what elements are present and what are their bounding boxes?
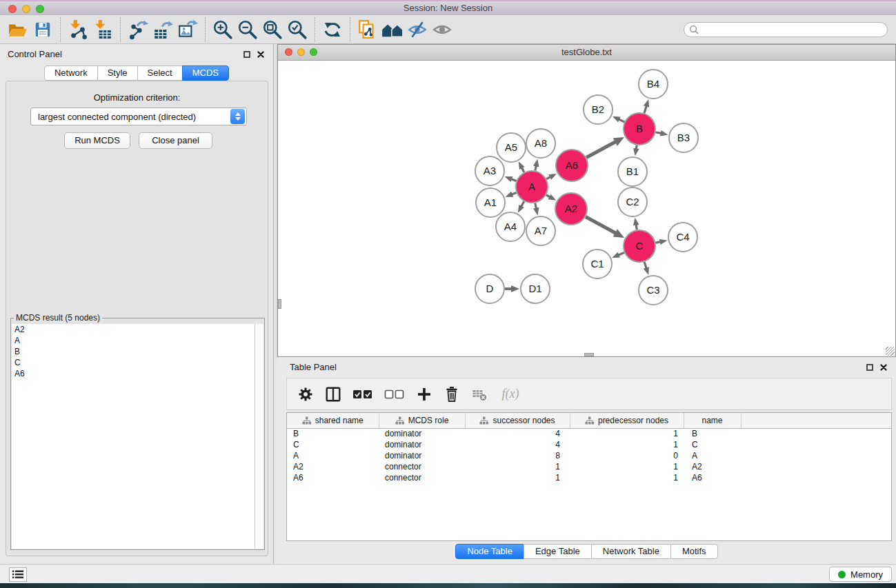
memory-button[interactable]: Memory [829, 567, 892, 582]
zoom-out-button[interactable] [235, 17, 260, 42]
close-window-light[interactable] [8, 5, 17, 13]
network-from-selection-button[interactable] [355, 17, 380, 42]
mcds-result-item[interactable]: A6 [12, 368, 263, 379]
graph-node-C1[interactable]: C1 [583, 250, 612, 278]
import-table-button[interactable] [90, 17, 115, 42]
graph-edge-B-B2[interactable] [613, 116, 624, 123]
zoom-window-light[interactable] [36, 5, 44, 13]
tab-motifs[interactable]: Motifs [670, 544, 718, 559]
delete-column-button[interactable] [443, 385, 461, 403]
graph-edge-B-B3[interactable] [656, 130, 668, 136]
graph-edge-A-A1[interactable] [505, 192, 516, 197]
graph-node-B2[interactable]: B2 [584, 95, 613, 124]
network-canvas[interactable]: B4B2BB3A8A5A6A3B1AA1C2A2A4A7C4CC1C3DD1 [278, 61, 895, 356]
run-mcds-button[interactable]: Run MCDS [64, 132, 130, 149]
mcds-result-item[interactable]: A2 [12, 324, 263, 335]
graph-edge-A-A7[interactable] [533, 203, 539, 216]
mcds-result-item[interactable]: B [12, 346, 263, 357]
close-view-light[interactable] [285, 48, 292, 56]
mcds-result-item[interactable]: A [12, 335, 263, 346]
graph-edge-B-B1[interactable] [633, 145, 639, 156]
resize-grip[interactable] [886, 347, 895, 356]
graph-edge-A6-B[interactable] [586, 137, 624, 158]
show-all-button[interactable] [430, 17, 455, 42]
table-row[interactable]: Adominator80A [287, 450, 891, 461]
graph-node-C2[interactable]: C2 [618, 187, 647, 216]
close-panel-action-button[interactable]: Close panel [139, 132, 212, 149]
graph-node-A8[interactable]: A8 [526, 129, 555, 158]
column-header-name[interactable]: name [684, 413, 741, 428]
column-header-predecessor-nodes[interactable]: predecessor nodes [570, 413, 684, 428]
bottom-edge-grip[interactable] [584, 353, 594, 356]
float-table-panel-button[interactable] [865, 363, 875, 372]
graph-edge-D-D1[interactable] [505, 285, 519, 292]
graph-edge-A-A4[interactable] [518, 201, 524, 213]
graph-node-B4[interactable]: B4 [639, 70, 668, 99]
graph-edge-A-A8[interactable] [533, 159, 539, 171]
export-network-button[interactable] [126, 17, 150, 42]
graph-edge-A-A3[interactable] [505, 176, 517, 182]
graph-node-D1[interactable]: D1 [521, 274, 550, 303]
export-table-button[interactable] [150, 17, 175, 42]
graph-node-A3[interactable]: A3 [475, 156, 504, 185]
column-header-mcds-role[interactable]: MCDS role [379, 413, 465, 428]
graph-node-C4[interactable]: C4 [668, 223, 697, 252]
select-all-columns-button[interactable] [352, 385, 374, 403]
hide-selected-button[interactable] [405, 17, 430, 42]
task-history-button[interactable] [9, 567, 27, 582]
graph-edge-C-C3[interactable] [644, 262, 649, 275]
unselect-all-columns-button[interactable] [384, 385, 406, 403]
function-builder-button[interactable]: f(x) [498, 385, 523, 403]
open-session-button[interactable] [6, 17, 30, 42]
float-panel-button[interactable] [242, 50, 252, 59]
tab-style[interactable]: Style [97, 65, 138, 81]
result-scrollbar[interactable] [255, 324, 263, 549]
tab-select[interactable]: Select [137, 65, 183, 81]
first-neighbors-button[interactable] [380, 17, 405, 42]
close-table-panel-button[interactable] [879, 363, 888, 372]
graph-node-C[interactable]: C [624, 230, 655, 262]
add-column-button[interactable] [415, 385, 433, 403]
close-panel-button[interactable] [256, 50, 266, 59]
save-session-button[interactable] [30, 17, 55, 42]
graph-edge-C-C4[interactable] [656, 239, 668, 245]
graph-edge-A-A2[interactable] [546, 194, 556, 201]
graph-node-A4[interactable]: A4 [496, 212, 525, 241]
graph-node-B3[interactable]: B3 [669, 123, 698, 152]
zoom-view-light[interactable] [310, 48, 317, 56]
column-header-successor-nodes[interactable]: successor nodes [465, 413, 570, 428]
search-input[interactable] [684, 22, 888, 37]
table-row[interactable]: Cdominator41C [287, 439, 891, 450]
left-edge-grip[interactable] [278, 299, 281, 309]
graph-node-A5[interactable]: A5 [497, 133, 526, 162]
refresh-button[interactable] [320, 17, 345, 42]
zoom-selected-button[interactable] [285, 17, 310, 42]
graph-node-B[interactable]: B [624, 113, 655, 145]
table-row[interactable]: A6connector11A6 [287, 472, 891, 483]
minimize-window-light[interactable] [22, 5, 30, 13]
network-window-titlebar[interactable]: testGlobe.txt [278, 45, 895, 61]
tab-network-table[interactable]: Network Table [591, 544, 671, 559]
graph-edge-C-C2[interactable] [633, 218, 639, 230]
minimize-view-light[interactable] [297, 48, 305, 56]
graph-edge-A2-C[interactable] [586, 216, 624, 238]
graph-edge-A-A6[interactable] [546, 174, 557, 180]
mcds-result-list[interactable]: A2ABCA6 [12, 324, 263, 549]
graph-node-A7[interactable]: A7 [526, 216, 555, 245]
graph-edge-B-B4[interactable] [644, 99, 649, 113]
zoom-fit-button[interactable] [260, 17, 285, 42]
graph-node-C3[interactable]: C3 [639, 276, 668, 305]
graph-node-A6[interactable]: A6 [556, 150, 588, 181]
tab-node-table[interactable]: Node Table [455, 544, 524, 559]
import-network-button[interactable] [66, 17, 90, 42]
graph-node-A1[interactable]: A1 [476, 188, 505, 217]
toggle-columns-button[interactable] [324, 385, 342, 403]
graph-node-B1[interactable]: B1 [618, 157, 647, 186]
graph-edge-A-A5[interactable] [519, 161, 525, 172]
tab-mcds[interactable]: MCDS [182, 65, 229, 81]
graph-node-D[interactable]: D [475, 274, 504, 303]
table-settings-button[interactable] [297, 385, 315, 403]
mcds-result-item[interactable]: C [12, 357, 263, 368]
delete-table-button[interactable] [470, 385, 488, 403]
column-header-shared-name[interactable]: shared name [287, 413, 379, 428]
